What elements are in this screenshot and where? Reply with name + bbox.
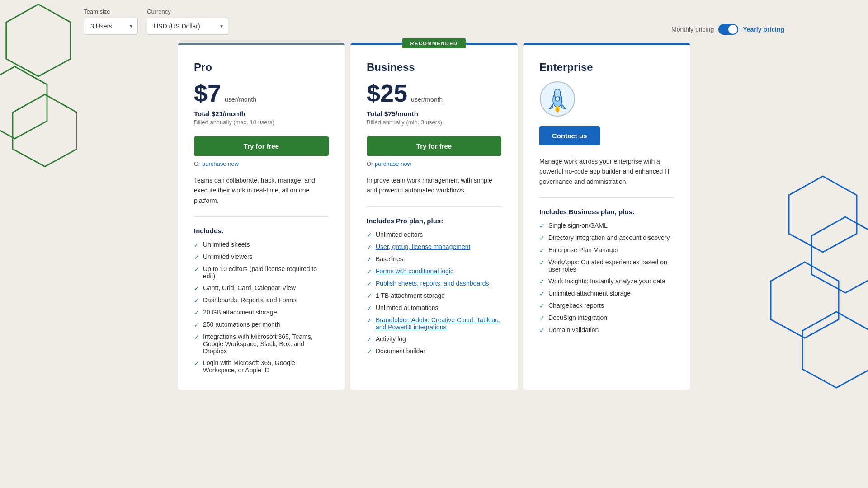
list-item: ✓Unlimited attachment storage xyxy=(539,290,674,297)
check-icon: ✓ xyxy=(539,302,545,310)
business-purchase-link[interactable]: purchase now xyxy=(375,160,411,167)
biz-feature-4[interactable]: Publish sheets, reports, and dashboards xyxy=(376,280,489,287)
team-size-wrapper[interactable]: 3 Users 1 User 2 Users 5 Users 10 Users … xyxy=(84,18,138,35)
top-bar: Team size 3 Users 1 User 2 Users 5 Users… xyxy=(0,0,868,43)
plan-card-pro: Pro $7 user/month Total $21/month Billed… xyxy=(178,43,345,390)
list-item: ✓Up to 10 editors (paid license required… xyxy=(194,265,329,280)
pro-divider xyxy=(194,216,329,217)
pricing-toggle-switch[interactable] xyxy=(718,24,738,35)
biz-feature-7[interactable]: Brandfolder, Adobe Creative Cloud, Table… xyxy=(376,316,501,331)
team-size-select[interactable]: 3 Users 1 User 2 Users 5 Users 10 Users xyxy=(84,18,138,35)
business-billing-note: Billed annually (min. 3 users) xyxy=(367,119,501,126)
pro-feature-6: 250 automations per month xyxy=(203,321,280,328)
pro-price-total: Total $21/month xyxy=(194,110,329,117)
enterprise-plan-name: Enterprise xyxy=(539,61,674,74)
check-icon: ✓ xyxy=(367,317,372,324)
check-icon: ✓ xyxy=(367,256,372,263)
pro-feature-7: Integrations with Microsoft 365, Teams, … xyxy=(203,333,329,355)
currency-label: Currency xyxy=(147,8,228,15)
pro-billing-note: Billed annually (max. 10 users) xyxy=(194,119,329,126)
check-icon: ✓ xyxy=(367,348,372,355)
biz-feature-2: Baselines xyxy=(376,255,403,263)
list-item: ✓Domain validation xyxy=(539,326,674,334)
biz-feature-5: 1 TB attachment storage xyxy=(376,292,445,299)
business-price-unit: user/month xyxy=(411,96,443,103)
business-price-amount: $25 xyxy=(367,81,407,105)
check-icon: ✓ xyxy=(194,253,199,261)
pro-cta-button[interactable]: Try for free xyxy=(194,136,329,156)
list-item: ✓20 GB attachment storage xyxy=(194,309,329,316)
list-item: ✓Login with Microsoft 365, Google Worksp… xyxy=(194,359,329,374)
ent-feature-0: Single sign-on/SAML xyxy=(548,222,608,229)
pro-includes-title: Includes: xyxy=(194,227,329,235)
ent-feature-8: Domain validation xyxy=(548,326,599,333)
team-size-label: Team size xyxy=(84,8,138,15)
check-icon: ✓ xyxy=(539,278,545,285)
monthly-pricing-label: Monthly pricing xyxy=(671,26,714,33)
toggle-knob xyxy=(728,25,737,34)
enterprise-includes-title: Includes Business plan, plus: xyxy=(539,208,674,216)
check-icon: ✓ xyxy=(194,333,199,341)
team-size-field: Team size 3 Users 1 User 2 Users 5 Users… xyxy=(84,8,138,35)
check-icon: ✓ xyxy=(194,285,199,292)
ent-feature-4: Work Insights: Instantly analyze your da… xyxy=(548,277,665,285)
currency-wrapper[interactable]: USD (US Dollar) EUR (Euro) GBP (British … xyxy=(147,18,228,35)
ent-feature-3: WorkApps: Curated experiences based on u… xyxy=(548,258,674,273)
check-icon: ✓ xyxy=(367,292,372,300)
check-icon: ✓ xyxy=(194,266,199,273)
pro-feature-list: ✓Unlimited sheets ✓Unlimited viewers ✓Up… xyxy=(194,241,329,374)
pro-feature-5: 20 GB attachment storage xyxy=(203,309,277,316)
list-item: ✓Integrations with Microsoft 365, Teams,… xyxy=(194,333,329,355)
biz-feature-8: Activity log xyxy=(376,335,406,343)
check-icon: ✓ xyxy=(367,305,372,312)
recommended-badge: RECOMMENDED xyxy=(402,38,466,48)
plan-card-enterprise: Enterprise xyxy=(523,43,690,390)
enterprise-divider xyxy=(539,197,674,198)
biz-feature-1[interactable]: User, group, license management xyxy=(376,243,470,250)
list-item: ✓Unlimited sheets xyxy=(194,241,329,249)
list-item: ✓1 TB attachment storage xyxy=(367,292,501,300)
check-icon: ✓ xyxy=(367,268,372,275)
list-item: ✓Unlimited automations xyxy=(367,304,501,312)
pro-feature-1: Unlimited viewers xyxy=(203,253,253,260)
list-item: ✓Dashboards, Reports, and Forms xyxy=(194,296,329,304)
list-item: ✓Unlimited viewers xyxy=(194,253,329,261)
list-item: ✓Gantt, Grid, Card, Calendar View xyxy=(194,284,329,292)
business-includes-title: Includes Pro plan, plus: xyxy=(367,217,501,225)
business-description: Improve team work management with simple… xyxy=(367,175,501,196)
list-item: ✓Work Insights: Instantly analyze your d… xyxy=(539,277,674,285)
list-item: ✓Directory integration and account disco… xyxy=(539,234,674,242)
pro-feature-4: Dashboards, Reports, and Forms xyxy=(203,296,297,304)
list-item: ✓Unlimited editors xyxy=(367,231,501,239)
pro-price-amount: $7 xyxy=(194,81,221,105)
currency-select[interactable]: USD (US Dollar) EUR (Euro) GBP (British … xyxy=(147,18,228,35)
business-cta-button[interactable]: Try for free xyxy=(367,136,501,156)
check-icon: ✓ xyxy=(539,327,545,334)
check-icon: ✓ xyxy=(367,244,372,251)
plan-card-business: RECOMMENDED Business $25 user/month Tota… xyxy=(350,43,518,390)
biz-feature-9: Document builder xyxy=(376,347,425,355)
business-price-row: $25 user/month xyxy=(367,81,501,105)
check-icon: ✓ xyxy=(367,336,372,343)
pro-purchase-link[interactable]: purchase now xyxy=(202,160,239,167)
list-item: ✓Forms with conditional logic xyxy=(367,267,501,275)
biz-feature-3[interactable]: Forms with conditional logic xyxy=(376,267,453,275)
check-icon: ✓ xyxy=(194,241,199,249)
ent-feature-7: DocuSign integration xyxy=(548,314,607,321)
check-icon: ✓ xyxy=(194,309,199,316)
list-item: ✓WorkApps: Curated experiences based on … xyxy=(539,258,674,273)
rocket-icon xyxy=(539,81,576,117)
ent-feature-6: Chargeback reports xyxy=(548,302,604,309)
pricing-toggle: Monthly pricing Yearly pricing xyxy=(671,24,784,35)
pro-feature-2: Up to 10 editors (paid license required … xyxy=(203,265,329,280)
enterprise-cta-button[interactable]: Contact us xyxy=(539,126,600,145)
pro-plan-name: Pro xyxy=(194,61,329,74)
business-purchase-prefix: Or xyxy=(367,160,375,167)
ent-feature-1: Directory integration and account discov… xyxy=(548,234,670,241)
pro-description: Teams can collaborate, track, manage, an… xyxy=(194,175,329,206)
check-icon: ✓ xyxy=(539,247,545,254)
ent-feature-5: Unlimited attachment storage xyxy=(548,290,631,297)
pro-feature-0: Unlimited sheets xyxy=(203,241,250,248)
biz-feature-0: Unlimited editors xyxy=(376,231,423,238)
svg-point-12 xyxy=(555,97,560,101)
